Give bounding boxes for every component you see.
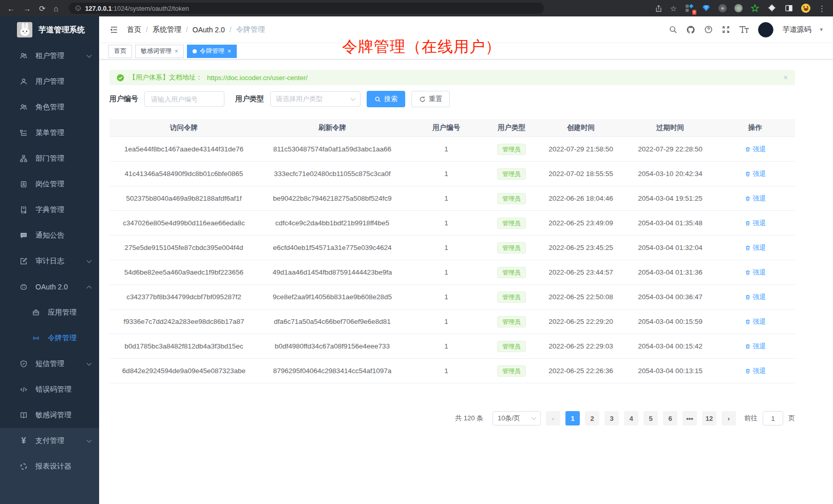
address-bar[interactable]: 127.0.0.1:1024/system/oauth2/token: [69, 3, 544, 14]
force-logout-button[interactable]: 强退: [745, 342, 766, 351]
user-caret-icon[interactable]: ▾: [820, 26, 823, 33]
sidebar-item-menu[interactable]: 菜单管理: [0, 120, 99, 146]
sidebar-item-tenant[interactable]: 租户管理: [0, 43, 99, 69]
profile-emoji-icon[interactable]: [801, 4, 810, 13]
force-logout-button[interactable]: 强退: [745, 268, 766, 277]
page-content: 【用户体系】文档地址： https://doc.iocoder.cn/user-…: [99, 60, 833, 425]
breadcrumb-oauth[interactable]: OAuth 2.0: [193, 26, 225, 34]
extension-tampermonkey-icon[interactable]: 9: [685, 4, 694, 13]
cell-action: 强退: [715, 342, 795, 351]
tab-home[interactable]: 首页: [108, 45, 132, 58]
close-icon[interactable]: ×: [175, 48, 178, 55]
page-button-12[interactable]: 12: [702, 411, 716, 425]
extensions-puzzle-icon[interactable]: [767, 4, 777, 13]
table-row: 502375b8040a469a9b82188afdf6af1fbe90422b…: [109, 186, 795, 210]
extension-green-star-icon[interactable]: [750, 4, 760, 13]
reload-icon[interactable]: ⟳: [39, 5, 46, 12]
tab-sensitive-words[interactable]: 敏感词管理 ×: [135, 45, 184, 58]
app-logo-row[interactable]: 芋道管理系统: [0, 16, 99, 43]
reset-button[interactable]: 重置: [411, 91, 450, 107]
sidebar-item-oauth-token[interactable]: 令牌管理: [0, 325, 99, 351]
github-icon[interactable]: [686, 25, 695, 34]
pay-yen-icon: ¥: [20, 437, 28, 445]
help-icon[interactable]: [704, 25, 713, 34]
sidebar-toggle-icon[interactable]: [784, 4, 793, 13]
force-logout-button[interactable]: 强退: [745, 169, 766, 179]
user-id-label: 用户编号: [109, 94, 138, 104]
forward-icon[interactable]: →: [23, 5, 31, 12]
page-button-4[interactable]: 4: [624, 411, 638, 425]
page-button-6[interactable]: 6: [663, 411, 677, 425]
extension-gray-circle-icon[interactable]: [734, 4, 743, 12]
jump-page-input[interactable]: [763, 411, 783, 425]
force-logout-button[interactable]: 强退: [745, 219, 766, 228]
force-logout-button[interactable]: 强退: [745, 366, 766, 376]
avatar[interactable]: [758, 22, 773, 37]
cell-created: 2022-06-25 22:29:20: [537, 318, 625, 325]
tab-token-management[interactable]: 令牌管理 ×: [187, 45, 237, 58]
extension-gem-icon[interactable]: [702, 4, 711, 13]
force-logout-button[interactable]: 强退: [745, 317, 766, 326]
sidebar-item-report[interactable]: 报表设计器: [0, 454, 99, 479]
browser-menu-icon[interactable]: ⋮: [818, 5, 826, 12]
page-button-2[interactable]: 2: [585, 411, 599, 425]
force-logout-button[interactable]: 强退: [745, 243, 766, 253]
breadcrumb-home[interactable]: 首页: [127, 25, 141, 34]
cell-user-type: 管理员: [486, 292, 537, 303]
sidebar-item-role[interactable]: 角色管理: [0, 94, 99, 120]
prev-page-button[interactable]: ‹: [546, 411, 560, 425]
force-logout-button[interactable]: 强退: [745, 194, 766, 203]
back-icon[interactable]: ←: [7, 5, 15, 12]
search-icon[interactable]: [669, 25, 677, 34]
sidebar-item-pay[interactable]: ¥ 支付管理: [0, 428, 99, 454]
sidebar: 芋道管理系统 租户管理 用户管理 角色管理 菜单管理 部门管理: [0, 16, 99, 504]
cell-action: 强退: [715, 194, 795, 203]
font-size-icon[interactable]: [739, 25, 749, 34]
user-id-input[interactable]: [144, 91, 224, 107]
home-icon[interactable]: ⌂: [54, 5, 59, 12]
fullscreen-icon[interactable]: [722, 25, 730, 34]
page-button-1[interactable]: 1: [565, 411, 580, 425]
sidebar-item-dept[interactable]: 部门管理: [0, 146, 99, 171]
alert-doc-link[interactable]: https://doc.iocoder.cn/user-center/: [207, 74, 308, 82]
alert-close-icon[interactable]: ×: [784, 73, 788, 82]
share-icon[interactable]: [655, 5, 662, 12]
table-row: 275e5de9151045fe87cbdc395e004f4de6cfd40e…: [109, 235, 795, 260]
sidebar-item-audit-log[interactable]: 审计日志: [0, 248, 99, 274]
sidebar-item-sensitive[interactable]: 敏感词管理: [0, 402, 99, 428]
page-ellipsis[interactable]: •••: [683, 411, 697, 425]
next-page-button[interactable]: ›: [722, 411, 736, 425]
sidebar-item-user[interactable]: 用户管理: [0, 69, 99, 94]
sidebar-item-errcode[interactable]: 错误码管理: [0, 377, 99, 402]
breadcrumb-system[interactable]: 系统管理: [153, 25, 181, 34]
search-button[interactable]: 搜索: [367, 91, 405, 107]
user-type-select[interactable]: 请选择用户类型: [270, 91, 361, 107]
col-access-token: 访问令牌: [109, 123, 258, 132]
sidebar-item-sms[interactable]: 短信管理: [0, 351, 99, 377]
success-check-icon: [117, 74, 124, 82]
browser-actions: ☆ 9 ✳ ⋮: [655, 4, 826, 13]
page-button-5[interactable]: 5: [643, 411, 658, 425]
page-button-3[interactable]: 3: [604, 411, 619, 425]
sidebar-menu: 租户管理 用户管理 角色管理 菜单管理 部门管理 岗位管理: [0, 43, 99, 428]
sidebar-fold-icon[interactable]: [109, 25, 119, 34]
chevron-down-icon: [87, 52, 92, 57]
cell-user-type: 管理员: [486, 316, 537, 327]
extension-dark-circle-icon[interactable]: ✳: [718, 4, 727, 12]
sidebar-item-oauth[interactable]: OAuth 2.0: [0, 274, 99, 300]
sidebar-item-post[interactable]: 岗位管理: [0, 171, 99, 197]
close-icon[interactable]: ×: [228, 48, 231, 55]
username[interactable]: 芋道源码: [782, 25, 811, 34]
page-size-select[interactable]: 10条/页: [493, 411, 541, 425]
trash-icon: [745, 294, 751, 300]
force-logout-button[interactable]: 强退: [745, 145, 766, 154]
sidebar-item-dict[interactable]: 字典管理: [0, 197, 99, 223]
url-path: :1024/system/oauth2/token: [112, 5, 189, 12]
tab-label: 首页: [114, 47, 126, 55]
sidebar-item-oauth-app[interactable]: 应用管理: [0, 300, 99, 325]
bookmark-star-icon[interactable]: ☆: [670, 5, 677, 12]
force-logout-button[interactable]: 强退: [745, 293, 766, 302]
chevron-down-icon: [87, 360, 92, 365]
app-briefcase-icon: [32, 308, 40, 317]
sidebar-item-notice[interactable]: 通知公告: [0, 223, 99, 248]
